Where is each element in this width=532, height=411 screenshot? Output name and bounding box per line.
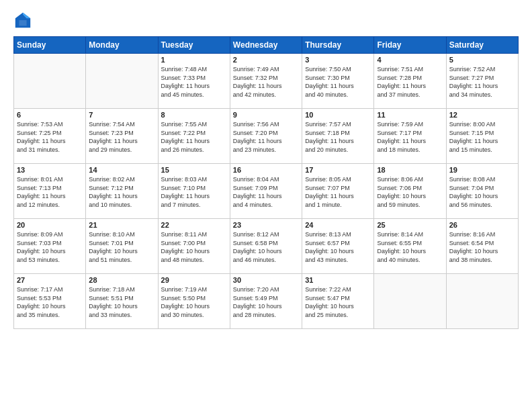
day-number: 9 xyxy=(233,111,299,119)
day-info: Sunrise: 8:00 AM Sunset: 7:15 PM Dayligh… xyxy=(449,120,515,154)
day-info: Sunrise: 7:22 AM Sunset: 5:47 PM Dayligh… xyxy=(305,285,371,319)
day-info: Sunrise: 8:06 AM Sunset: 7:06 PM Dayligh… xyxy=(377,175,443,209)
calendar-cell: 21Sunrise: 8:10 AM Sunset: 7:01 PM Dayli… xyxy=(86,219,158,274)
calendar-cell: 12Sunrise: 8:00 AM Sunset: 7:15 PM Dayli… xyxy=(446,109,518,164)
calendar-cell: 5Sunrise: 7:52 AM Sunset: 7:27 PM Daylig… xyxy=(446,54,518,109)
day-number: 31 xyxy=(305,276,371,284)
day-info: Sunrise: 8:14 AM Sunset: 6:55 PM Dayligh… xyxy=(377,230,443,264)
calendar-week-row: 13Sunrise: 8:01 AM Sunset: 7:13 PM Dayli… xyxy=(14,164,519,219)
calendar-cell: 11Sunrise: 7:59 AM Sunset: 7:17 PM Dayli… xyxy=(374,109,446,164)
day-info: Sunrise: 7:19 AM Sunset: 5:50 PM Dayligh… xyxy=(161,285,227,319)
day-number: 29 xyxy=(161,276,227,284)
day-info: Sunrise: 7:20 AM Sunset: 5:49 PM Dayligh… xyxy=(233,285,299,319)
day-info: Sunrise: 7:50 AM Sunset: 7:30 PM Dayligh… xyxy=(305,65,371,99)
day-info: Sunrise: 8:05 AM Sunset: 7:07 PM Dayligh… xyxy=(305,175,371,209)
day-number: 1 xyxy=(161,56,227,64)
calendar-cell: 18Sunrise: 8:06 AM Sunset: 7:06 PM Dayli… xyxy=(374,164,446,219)
day-number: 23 xyxy=(233,221,299,229)
calendar-cell: 29Sunrise: 7:19 AM Sunset: 5:50 PM Dayli… xyxy=(158,274,230,329)
logo xyxy=(13,11,35,30)
day-number: 13 xyxy=(17,166,83,174)
weekday-header-thursday: Thursday xyxy=(302,37,374,54)
day-number: 12 xyxy=(449,111,515,119)
day-info: Sunrise: 7:55 AM Sunset: 7:22 PM Dayligh… xyxy=(161,120,227,154)
calendar-cell: 7Sunrise: 7:54 AM Sunset: 7:23 PM Daylig… xyxy=(86,109,158,164)
day-info: Sunrise: 8:04 AM Sunset: 7:09 PM Dayligh… xyxy=(233,175,299,209)
day-info: Sunrise: 7:17 AM Sunset: 5:53 PM Dayligh… xyxy=(17,285,83,319)
calendar-cell xyxy=(86,54,158,109)
day-number: 21 xyxy=(89,221,154,229)
day-info: Sunrise: 7:52 AM Sunset: 7:27 PM Dayligh… xyxy=(449,65,515,99)
day-info: Sunrise: 7:59 AM Sunset: 7:17 PM Dayligh… xyxy=(377,120,443,154)
day-number: 3 xyxy=(305,56,371,64)
weekday-header-wednesday: Wednesday xyxy=(230,37,302,54)
page: SundayMondayTuesdayWednesdayThursdayFrid… xyxy=(0,0,532,411)
day-info: Sunrise: 7:51 AM Sunset: 7:28 PM Dayligh… xyxy=(377,65,443,99)
calendar-cell: 15Sunrise: 8:03 AM Sunset: 7:10 PM Dayli… xyxy=(158,164,230,219)
day-number: 10 xyxy=(305,111,371,119)
day-info: Sunrise: 8:10 AM Sunset: 7:01 PM Dayligh… xyxy=(89,230,154,264)
calendar-table: SundayMondayTuesdayWednesdayThursdayFrid… xyxy=(13,36,519,329)
weekday-header-row: SundayMondayTuesdayWednesdayThursdayFrid… xyxy=(14,37,519,54)
calendar-cell: 14Sunrise: 8:02 AM Sunset: 7:12 PM Dayli… xyxy=(86,164,158,219)
day-info: Sunrise: 8:09 AM Sunset: 7:03 PM Dayligh… xyxy=(17,230,83,264)
day-info: Sunrise: 7:49 AM Sunset: 7:32 PM Dayligh… xyxy=(233,65,299,99)
calendar-cell: 22Sunrise: 8:11 AM Sunset: 7:00 PM Dayli… xyxy=(158,219,230,274)
calendar-cell: 30Sunrise: 7:20 AM Sunset: 5:49 PM Dayli… xyxy=(230,274,302,329)
day-number: 30 xyxy=(233,276,299,284)
day-number: 27 xyxy=(17,276,83,284)
header xyxy=(13,11,519,30)
day-number: 26 xyxy=(449,221,515,229)
calendar-cell: 20Sunrise: 8:09 AM Sunset: 7:03 PM Dayli… xyxy=(14,219,86,274)
calendar-cell: 31Sunrise: 7:22 AM Sunset: 5:47 PM Dayli… xyxy=(302,274,374,329)
calendar-cell: 1Sunrise: 7:48 AM Sunset: 7:33 PM Daylig… xyxy=(158,54,230,109)
day-info: Sunrise: 8:13 AM Sunset: 6:57 PM Dayligh… xyxy=(305,230,371,264)
calendar-cell: 4Sunrise: 7:51 AM Sunset: 7:28 PM Daylig… xyxy=(374,54,446,109)
day-number: 6 xyxy=(17,111,83,119)
day-number: 25 xyxy=(377,221,443,229)
calendar-week-row: 6Sunrise: 7:53 AM Sunset: 7:25 PM Daylig… xyxy=(14,109,519,164)
calendar-cell: 26Sunrise: 8:16 AM Sunset: 6:54 PM Dayli… xyxy=(446,219,518,274)
day-info: Sunrise: 7:57 AM Sunset: 7:18 PM Dayligh… xyxy=(305,120,371,154)
day-info: Sunrise: 8:12 AM Sunset: 6:58 PM Dayligh… xyxy=(233,230,299,264)
calendar-cell: 16Sunrise: 8:04 AM Sunset: 7:09 PM Dayli… xyxy=(230,164,302,219)
calendar-cell: 3Sunrise: 7:50 AM Sunset: 7:30 PM Daylig… xyxy=(302,54,374,109)
day-info: Sunrise: 8:02 AM Sunset: 7:12 PM Dayligh… xyxy=(89,175,154,209)
calendar-cell: 8Sunrise: 7:55 AM Sunset: 7:22 PM Daylig… xyxy=(158,109,230,164)
day-number: 8 xyxy=(161,111,227,119)
weekday-header-sunday: Sunday xyxy=(14,37,86,54)
weekday-header-saturday: Saturday xyxy=(446,37,518,54)
day-info: Sunrise: 8:03 AM Sunset: 7:10 PM Dayligh… xyxy=(161,175,227,209)
calendar-week-row: 27Sunrise: 7:17 AM Sunset: 5:53 PM Dayli… xyxy=(14,274,519,329)
calendar-cell xyxy=(14,54,86,109)
day-number: 11 xyxy=(377,111,443,119)
calendar-cell: 6Sunrise: 7:53 AM Sunset: 7:25 PM Daylig… xyxy=(14,109,86,164)
logo-icon xyxy=(13,11,32,30)
calendar-cell xyxy=(374,274,446,329)
calendar-cell: 2Sunrise: 7:49 AM Sunset: 7:32 PM Daylig… xyxy=(230,54,302,109)
calendar-cell: 23Sunrise: 8:12 AM Sunset: 6:58 PM Dayli… xyxy=(230,219,302,274)
calendar-week-row: 1Sunrise: 7:48 AM Sunset: 7:33 PM Daylig… xyxy=(14,54,519,109)
day-number: 28 xyxy=(89,276,154,284)
calendar-cell: 9Sunrise: 7:56 AM Sunset: 7:20 PM Daylig… xyxy=(230,109,302,164)
day-number: 24 xyxy=(305,221,371,229)
day-info: Sunrise: 7:54 AM Sunset: 7:23 PM Dayligh… xyxy=(89,120,154,154)
calendar-cell: 25Sunrise: 8:14 AM Sunset: 6:55 PM Dayli… xyxy=(374,219,446,274)
day-info: Sunrise: 8:16 AM Sunset: 6:54 PM Dayligh… xyxy=(449,230,515,264)
weekday-header-friday: Friday xyxy=(374,37,446,54)
calendar-week-row: 20Sunrise: 8:09 AM Sunset: 7:03 PM Dayli… xyxy=(14,219,519,274)
weekday-header-monday: Monday xyxy=(86,37,158,54)
day-info: Sunrise: 7:56 AM Sunset: 7:20 PM Dayligh… xyxy=(233,120,299,154)
calendar-cell: 24Sunrise: 8:13 AM Sunset: 6:57 PM Dayli… xyxy=(302,219,374,274)
day-number: 5 xyxy=(449,56,515,64)
day-info: Sunrise: 8:08 AM Sunset: 7:04 PM Dayligh… xyxy=(449,175,515,209)
day-number: 17 xyxy=(305,166,371,174)
day-number: 22 xyxy=(161,221,227,229)
day-info: Sunrise: 7:48 AM Sunset: 7:33 PM Dayligh… xyxy=(161,65,227,99)
svg-rect-2 xyxy=(19,20,26,26)
day-number: 20 xyxy=(17,221,83,229)
day-number: 14 xyxy=(89,166,154,174)
day-number: 19 xyxy=(449,166,515,174)
day-number: 7 xyxy=(89,111,154,119)
calendar-cell xyxy=(446,274,518,329)
